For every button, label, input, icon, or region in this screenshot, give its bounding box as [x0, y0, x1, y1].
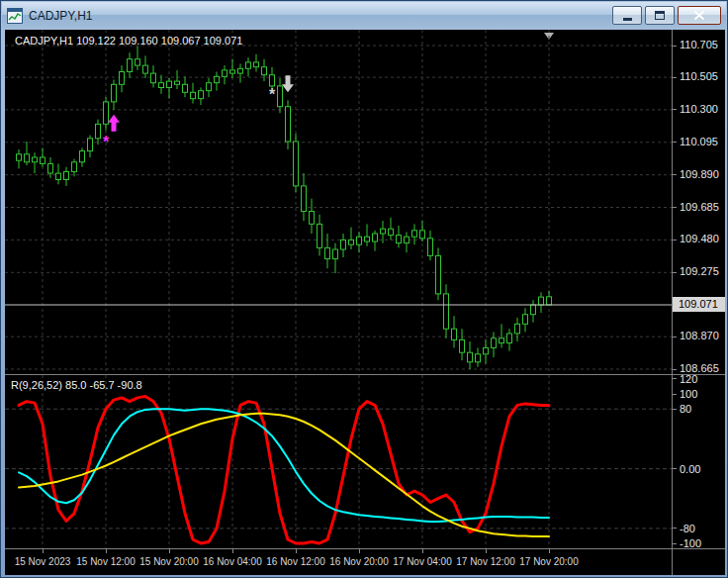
time-tick: [549, 549, 550, 553]
candle: [270, 75, 275, 86]
candle: [207, 83, 212, 91]
candle: [223, 70, 228, 76]
price-tick: [673, 240, 677, 241]
minimize-icon: [623, 18, 632, 21]
candle: [397, 236, 402, 243]
price-scale-label: 110.505: [680, 70, 718, 83]
window-title: CADJPY,H1: [29, 9, 609, 23]
candle: [128, 59, 133, 72]
close-icon: [694, 11, 704, 20]
indicator-tick: [673, 378, 677, 379]
time-scale-label: 15 Nov 20:00: [139, 556, 199, 567]
indicator-scale-label: 100: [680, 388, 697, 401]
candle: [254, 62, 259, 67]
candle: [294, 142, 299, 186]
price-tick: [673, 142, 677, 143]
candle: [238, 68, 243, 73]
application-window: CADJPY,H1 ** CADJPY,H1 109.122 109.160 1…: [0, 0, 728, 578]
candle: [96, 124, 101, 138]
candle: [48, 163, 53, 173]
price-tick: [673, 337, 677, 337]
indicator-tick: [673, 394, 677, 395]
time-tick: [486, 549, 487, 553]
candle: [302, 186, 307, 212]
current-price-label: 109.071: [673, 297, 725, 312]
candle: [64, 172, 69, 180]
window-controls: [609, 6, 721, 25]
candle: [468, 352, 473, 362]
candle: [476, 354, 481, 362]
price-scale-label: 110.705: [680, 39, 718, 51]
candle: [230, 70, 235, 73]
asterisk-icon: *: [269, 86, 276, 103]
candle: [80, 151, 85, 162]
candle: [25, 154, 30, 162]
candle: [412, 231, 417, 237]
candle: [262, 67, 267, 75]
candle: [33, 157, 38, 162]
candle: [246, 62, 251, 68]
price-tick: [673, 46, 677, 47]
candle: [183, 84, 188, 92]
maximize-icon: [655, 11, 665, 20]
close-button[interactable]: [678, 6, 721, 25]
indicator-grid-layer: [5, 375, 672, 548]
candle: [159, 83, 164, 88]
candle: [515, 324, 520, 334]
maximize-button[interactable]: [645, 6, 675, 25]
indicator-svg[interactable]: [5, 375, 672, 548]
price-scale-label: 110.095: [680, 136, 718, 148]
candle: [389, 229, 394, 235]
price-tick: [673, 207, 677, 208]
price-scale[interactable]: 109.071 110.705110.505110.300110.095109.…: [673, 30, 725, 374]
candle: [420, 231, 425, 239]
price-scale-label: 109.685: [680, 201, 719, 214]
indicator-scale-label: 120: [680, 373, 697, 386]
price-tick: [673, 174, 677, 175]
time-tick: [169, 549, 170, 553]
candle: [88, 139, 93, 151]
time-tick: [232, 549, 233, 553]
indicator-tick: [673, 409, 677, 410]
candle: [547, 297, 552, 305]
chart-client-area: ** CADJPY,H1 109.122 109.160 109.067 109…: [5, 30, 725, 575]
time-axis[interactable]: 15 Nov 202315 Nov 12:0015 Nov 20:0016 No…: [5, 549, 725, 575]
candle: [444, 294, 449, 329]
price-scale-label: 109.890: [680, 168, 719, 181]
candle: [349, 240, 354, 244]
candle: [531, 305, 536, 315]
candle: [151, 73, 156, 83]
minimize-button[interactable]: [612, 6, 642, 25]
candle: [17, 154, 22, 160]
time-scale-label: 16 Nov 12:00: [266, 556, 325, 567]
up-arrow-icon: [108, 115, 120, 132]
candle: [357, 237, 362, 244]
time-scale-label: 17 Nov 12:00: [456, 556, 515, 567]
time-tick: [359, 549, 360, 553]
price-tick: [673, 109, 677, 110]
indicator-label: R(9,26,52) 85.0 -65.7 -90.8: [11, 379, 142, 391]
price-scale-label: 108.870: [680, 330, 719, 342]
candle: [484, 347, 489, 353]
candle: [143, 65, 148, 73]
asterisk-icon: *: [103, 134, 110, 150]
title-bar[interactable]: CADJPY,H1: [2, 2, 726, 29]
price-tick: [673, 77, 677, 78]
ohlc-info: CADJPY,H1 109.122 109.160 109.067 109.07…: [15, 35, 242, 47]
candle: [104, 102, 109, 124]
indicator-tick: [673, 468, 677, 469]
candle: [136, 59, 140, 65]
down-arrow-icon: [282, 75, 294, 92]
candle: [436, 255, 441, 294]
time-scale-label: 15 Nov 12:00: [76, 556, 136, 567]
candle: [405, 237, 410, 242]
price-tick: [673, 272, 677, 273]
app-icon: [7, 8, 23, 24]
time-scale-label: 16 Nov 20:00: [329, 556, 389, 567]
indicator-scale[interactable]: 120100800.00-80-100: [673, 375, 725, 548]
candle: [286, 107, 291, 142]
main-chart-svg[interactable]: **: [5, 30, 672, 374]
candle: [167, 81, 172, 87]
main-grid-layer: [5, 30, 672, 374]
indicator-tick: [673, 528, 677, 529]
